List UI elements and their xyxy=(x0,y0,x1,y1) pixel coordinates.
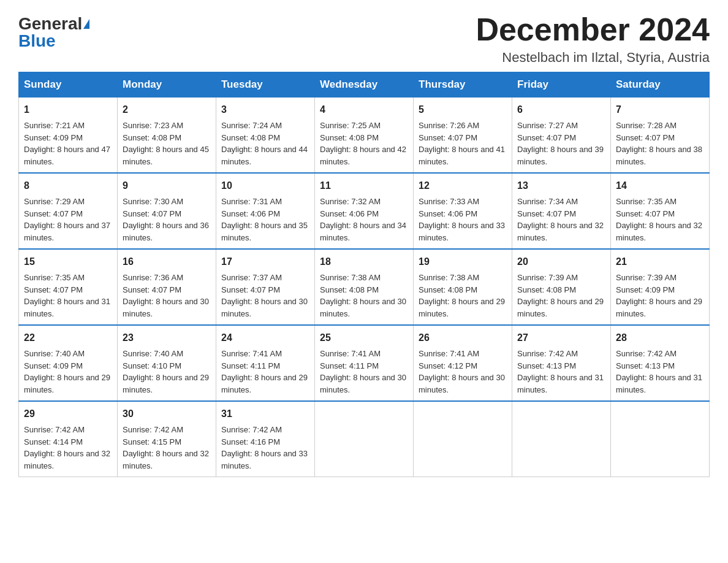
weekday-header-wednesday: Wednesday xyxy=(315,72,414,98)
calendar-week-row: 8Sunrise: 7:29 AMSunset: 4:07 PMDaylight… xyxy=(19,173,710,249)
day-number: 3 xyxy=(221,102,309,117)
day-number: 14 xyxy=(616,178,704,193)
day-info: Sunrise: 7:41 AMSunset: 4:11 PMDaylight:… xyxy=(320,348,408,396)
day-number: 15 xyxy=(24,255,112,269)
calendar-cell: 9Sunrise: 7:30 AMSunset: 4:07 PMDaylight… xyxy=(118,173,216,249)
calendar-cell: 24Sunrise: 7:41 AMSunset: 4:11 PMDayligh… xyxy=(216,325,315,401)
day-number: 8 xyxy=(24,178,112,193)
calendar-cell: 12Sunrise: 7:33 AMSunset: 4:06 PMDayligh… xyxy=(414,173,512,249)
weekday-header-thursday: Thursday xyxy=(414,72,512,98)
day-info: Sunrise: 7:34 AMSunset: 4:07 PMDaylight:… xyxy=(517,196,605,243)
calendar-cell: 3Sunrise: 7:24 AMSunset: 4:08 PMDaylight… xyxy=(216,98,315,174)
page-header: General Blue December 2024 Nestelbach im… xyxy=(18,12,710,66)
day-number: 1 xyxy=(24,102,112,117)
day-number: 7 xyxy=(616,102,704,117)
calendar-cell: 18Sunrise: 7:38 AMSunset: 4:08 PMDayligh… xyxy=(315,249,414,325)
logo-triangle-icon xyxy=(83,19,89,29)
calendar-cell: 29Sunrise: 7:42 AMSunset: 4:14 PMDayligh… xyxy=(19,401,118,477)
day-number: 9 xyxy=(123,178,211,193)
calendar-cell: 6Sunrise: 7:27 AMSunset: 4:07 PMDaylight… xyxy=(512,98,611,174)
day-number: 4 xyxy=(320,102,408,117)
day-info: Sunrise: 7:29 AMSunset: 4:07 PMDaylight:… xyxy=(24,196,112,243)
day-info: Sunrise: 7:25 AMSunset: 4:08 PMDaylight:… xyxy=(320,120,408,167)
day-number: 6 xyxy=(517,102,605,117)
calendar-week-row: 15Sunrise: 7:35 AMSunset: 4:07 PMDayligh… xyxy=(19,249,710,325)
day-info: Sunrise: 7:24 AMSunset: 4:08 PMDaylight:… xyxy=(221,120,309,167)
calendar-cell: 11Sunrise: 7:32 AMSunset: 4:06 PMDayligh… xyxy=(315,173,414,249)
day-info: Sunrise: 7:42 AMSunset: 4:14 PMDaylight:… xyxy=(24,424,112,472)
day-info: Sunrise: 7:31 AMSunset: 4:06 PMDaylight:… xyxy=(221,196,309,243)
calendar-cell: 1Sunrise: 7:21 AMSunset: 4:09 PMDaylight… xyxy=(19,98,118,174)
calendar-week-row: 29Sunrise: 7:42 AMSunset: 4:14 PMDayligh… xyxy=(19,401,710,477)
calendar-cell: 30Sunrise: 7:42 AMSunset: 4:15 PMDayligh… xyxy=(118,401,216,477)
day-number: 16 xyxy=(123,255,211,269)
day-number: 22 xyxy=(24,331,112,345)
day-number: 13 xyxy=(517,178,605,193)
day-info: Sunrise: 7:35 AMSunset: 4:07 PMDaylight:… xyxy=(616,196,704,243)
calendar-cell: 16Sunrise: 7:36 AMSunset: 4:07 PMDayligh… xyxy=(118,249,216,325)
day-number: 18 xyxy=(320,255,408,269)
day-number: 24 xyxy=(221,331,309,345)
calendar-cell: 21Sunrise: 7:39 AMSunset: 4:09 PMDayligh… xyxy=(611,249,710,325)
calendar-cell: 14Sunrise: 7:35 AMSunset: 4:07 PMDayligh… xyxy=(611,173,710,249)
calendar-cell: 4Sunrise: 7:25 AMSunset: 4:08 PMDaylight… xyxy=(315,98,414,174)
calendar-cell xyxy=(414,401,512,477)
weekday-header-tuesday: Tuesday xyxy=(216,72,315,98)
day-number: 5 xyxy=(419,102,507,117)
weekday-header-sunday: Sunday xyxy=(19,72,118,98)
day-info: Sunrise: 7:21 AMSunset: 4:09 PMDaylight:… xyxy=(24,120,112,167)
title-section: December 2024 Nestelbach im Ilztal, Styr… xyxy=(476,12,710,66)
day-number: 20 xyxy=(517,255,605,269)
day-info: Sunrise: 7:41 AMSunset: 4:11 PMDaylight:… xyxy=(221,348,309,396)
day-info: Sunrise: 7:38 AMSunset: 4:08 PMDaylight:… xyxy=(320,272,408,320)
day-info: Sunrise: 7:38 AMSunset: 4:08 PMDaylight:… xyxy=(419,272,507,320)
day-info: Sunrise: 7:27 AMSunset: 4:07 PMDaylight:… xyxy=(517,120,605,167)
weekday-header-row: SundayMondayTuesdayWednesdayThursdayFrid… xyxy=(19,72,710,98)
day-info: Sunrise: 7:39 AMSunset: 4:08 PMDaylight:… xyxy=(517,272,605,320)
day-info: Sunrise: 7:23 AMSunset: 4:08 PMDaylight:… xyxy=(123,120,211,167)
day-info: Sunrise: 7:39 AMSunset: 4:09 PMDaylight:… xyxy=(616,272,704,320)
calendar-cell: 2Sunrise: 7:23 AMSunset: 4:08 PMDaylight… xyxy=(118,98,216,174)
calendar-cell: 19Sunrise: 7:38 AMSunset: 4:08 PMDayligh… xyxy=(414,249,512,325)
calendar-cell: 8Sunrise: 7:29 AMSunset: 4:07 PMDaylight… xyxy=(19,173,118,249)
calendar-cell: 10Sunrise: 7:31 AMSunset: 4:06 PMDayligh… xyxy=(216,173,315,249)
day-info: Sunrise: 7:37 AMSunset: 4:07 PMDaylight:… xyxy=(221,272,309,320)
calendar-table: SundayMondayTuesdayWednesdayThursdayFrid… xyxy=(18,72,710,477)
day-info: Sunrise: 7:35 AMSunset: 4:07 PMDaylight:… xyxy=(24,272,112,320)
day-number: 30 xyxy=(123,407,211,421)
logo-blue-text: Blue xyxy=(18,33,56,50)
day-info: Sunrise: 7:36 AMSunset: 4:07 PMDaylight:… xyxy=(123,272,211,320)
calendar-cell: 26Sunrise: 7:41 AMSunset: 4:12 PMDayligh… xyxy=(414,325,512,401)
weekday-header-saturday: Saturday xyxy=(611,72,710,98)
calendar-cell: 17Sunrise: 7:37 AMSunset: 4:07 PMDayligh… xyxy=(216,249,315,325)
location-text: Nestelbach im Ilztal, Styria, Austria xyxy=(476,50,710,66)
day-number: 23 xyxy=(123,331,211,345)
day-number: 28 xyxy=(616,331,704,345)
day-info: Sunrise: 7:30 AMSunset: 4:07 PMDaylight:… xyxy=(123,196,211,243)
day-number: 21 xyxy=(616,255,704,269)
day-number: 17 xyxy=(221,255,309,269)
calendar-cell: 5Sunrise: 7:26 AMSunset: 4:07 PMDaylight… xyxy=(414,98,512,174)
calendar-cell xyxy=(315,401,414,477)
weekday-header-monday: Monday xyxy=(118,72,216,98)
calendar-cell: 7Sunrise: 7:28 AMSunset: 4:07 PMDaylight… xyxy=(611,98,710,174)
calendar-week-row: 1Sunrise: 7:21 AMSunset: 4:09 PMDaylight… xyxy=(19,98,710,174)
day-number: 2 xyxy=(123,102,211,117)
calendar-cell: 25Sunrise: 7:41 AMSunset: 4:11 PMDayligh… xyxy=(315,325,414,401)
calendar-cell xyxy=(611,401,710,477)
logo: General Blue xyxy=(18,12,89,50)
calendar-cell: 31Sunrise: 7:42 AMSunset: 4:16 PMDayligh… xyxy=(216,401,315,477)
day-info: Sunrise: 7:42 AMSunset: 4:16 PMDaylight:… xyxy=(221,424,309,472)
day-info: Sunrise: 7:28 AMSunset: 4:07 PMDaylight:… xyxy=(616,120,704,167)
logo-general-text: General xyxy=(18,15,82,33)
day-info: Sunrise: 7:26 AMSunset: 4:07 PMDaylight:… xyxy=(419,120,507,167)
calendar-cell: 27Sunrise: 7:42 AMSunset: 4:13 PMDayligh… xyxy=(512,325,611,401)
day-info: Sunrise: 7:40 AMSunset: 4:09 PMDaylight:… xyxy=(24,348,112,396)
day-number: 19 xyxy=(419,255,507,269)
calendar-cell: 22Sunrise: 7:40 AMSunset: 4:09 PMDayligh… xyxy=(19,325,118,401)
calendar-cell: 15Sunrise: 7:35 AMSunset: 4:07 PMDayligh… xyxy=(19,249,118,325)
calendar-cell: 28Sunrise: 7:42 AMSunset: 4:13 PMDayligh… xyxy=(611,325,710,401)
day-info: Sunrise: 7:40 AMSunset: 4:10 PMDaylight:… xyxy=(123,348,211,396)
calendar-cell: 13Sunrise: 7:34 AMSunset: 4:07 PMDayligh… xyxy=(512,173,611,249)
day-number: 31 xyxy=(221,407,309,421)
